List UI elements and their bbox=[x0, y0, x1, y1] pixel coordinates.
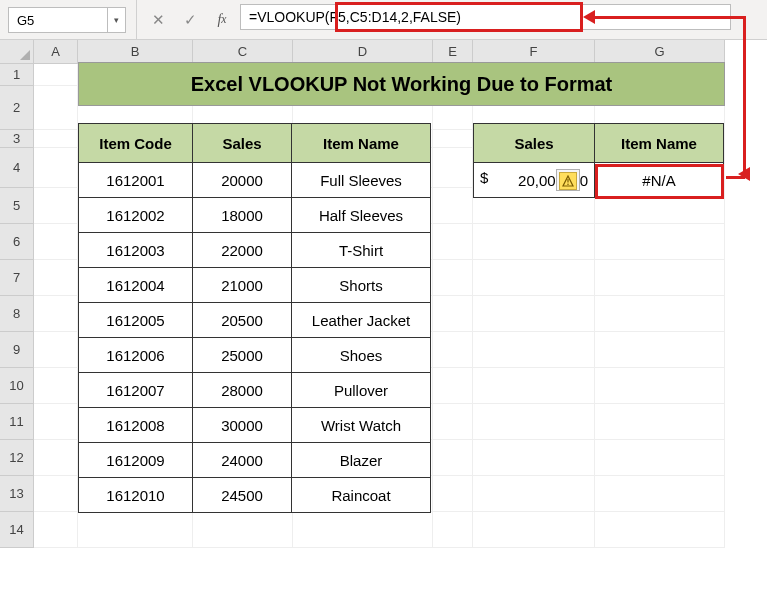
cell[interactable] bbox=[34, 512, 78, 548]
table-cell[interactable]: Pullover bbox=[291, 372, 431, 408]
cell[interactable] bbox=[34, 332, 78, 368]
cell[interactable] bbox=[34, 440, 78, 476]
table-header[interactable]: Item Code bbox=[78, 123, 193, 163]
table-cell[interactable]: 1612004 bbox=[78, 267, 193, 303]
cell[interactable] bbox=[595, 404, 725, 440]
cell[interactable] bbox=[595, 512, 725, 548]
cell[interactable] bbox=[433, 148, 473, 188]
cell-f5[interactable]: $ 20,000 bbox=[473, 162, 595, 198]
cell[interactable] bbox=[595, 224, 725, 260]
row-header-2[interactable]: 2 bbox=[0, 86, 34, 130]
table-cell[interactable]: 24000 bbox=[192, 442, 292, 478]
cell[interactable] bbox=[34, 368, 78, 404]
table-cell[interactable]: 1612005 bbox=[78, 302, 193, 338]
insert-function-button[interactable]: fx bbox=[206, 0, 238, 39]
table-cell[interactable]: Raincoat bbox=[291, 477, 431, 513]
col-header-e[interactable]: E bbox=[433, 40, 473, 64]
table-cell[interactable]: Shorts bbox=[291, 267, 431, 303]
cell[interactable] bbox=[433, 296, 473, 332]
row-header-11[interactable]: 11 bbox=[0, 404, 34, 440]
cell[interactable] bbox=[473, 404, 595, 440]
cell[interactable] bbox=[34, 130, 78, 148]
table-cell[interactable]: Shoes bbox=[291, 337, 431, 373]
cell[interactable] bbox=[34, 188, 78, 224]
cell[interactable] bbox=[473, 224, 595, 260]
table-cell[interactable]: 1612001 bbox=[78, 162, 193, 198]
table-cell[interactable]: 21000 bbox=[192, 267, 292, 303]
cell[interactable] bbox=[433, 368, 473, 404]
table-cell[interactable]: 1612007 bbox=[78, 372, 193, 408]
table-cell[interactable]: 24500 bbox=[192, 477, 292, 513]
table-cell[interactable]: Half Sleeves bbox=[291, 197, 431, 233]
table-cell[interactable]: Full Sleeves bbox=[291, 162, 431, 198]
table-cell[interactable]: 1612003 bbox=[78, 232, 193, 268]
table-header[interactable]: Sales bbox=[192, 123, 292, 163]
cell[interactable] bbox=[595, 332, 725, 368]
table-cell[interactable]: 1612006 bbox=[78, 337, 193, 373]
col-header-f[interactable]: F bbox=[473, 40, 595, 64]
cell[interactable] bbox=[433, 260, 473, 296]
table-cell[interactable]: 30000 bbox=[192, 407, 292, 443]
row-header-9[interactable]: 9 bbox=[0, 332, 34, 368]
cancel-formula-button[interactable]: ✕ bbox=[142, 0, 174, 39]
cell[interactable] bbox=[473, 440, 595, 476]
row-header-5[interactable]: 5 bbox=[0, 188, 34, 224]
cell[interactable] bbox=[595, 260, 725, 296]
cell[interactable] bbox=[433, 224, 473, 260]
cell[interactable] bbox=[34, 86, 78, 130]
cell[interactable] bbox=[433, 476, 473, 512]
table-header[interactable]: Item Name bbox=[291, 123, 431, 163]
cell[interactable] bbox=[34, 224, 78, 260]
col-header-g[interactable]: G bbox=[595, 40, 725, 64]
row-header-8[interactable]: 8 bbox=[0, 296, 34, 332]
cell[interactable] bbox=[433, 130, 473, 148]
cell[interactable] bbox=[293, 512, 433, 548]
row-header-14[interactable]: 14 bbox=[0, 512, 34, 548]
table-header[interactable]: Item Name bbox=[594, 123, 724, 163]
table-cell[interactable]: 1612008 bbox=[78, 407, 193, 443]
cell[interactable] bbox=[34, 404, 78, 440]
col-header-b[interactable]: B bbox=[78, 40, 193, 64]
table-cell[interactable]: Wrist Watch bbox=[291, 407, 431, 443]
cell[interactable] bbox=[473, 296, 595, 332]
table-header[interactable]: Sales bbox=[473, 123, 595, 163]
cell[interactable] bbox=[595, 476, 725, 512]
table-cell[interactable]: Blazer bbox=[291, 442, 431, 478]
table-cell[interactable]: 1612010 bbox=[78, 477, 193, 513]
cell[interactable] bbox=[473, 368, 595, 404]
cell[interactable] bbox=[473, 476, 595, 512]
cell[interactable] bbox=[78, 512, 193, 548]
cell[interactable] bbox=[595, 368, 725, 404]
table-cell[interactable]: 22000 bbox=[192, 232, 292, 268]
row-header-1[interactable]: 1 bbox=[0, 64, 34, 86]
cell[interactable] bbox=[433, 404, 473, 440]
row-header-7[interactable]: 7 bbox=[0, 260, 34, 296]
cell[interactable] bbox=[34, 260, 78, 296]
cell[interactable] bbox=[193, 512, 293, 548]
row-header-3[interactable]: 3 bbox=[0, 130, 34, 148]
cell[interactable] bbox=[473, 332, 595, 368]
cell[interactable] bbox=[433, 188, 473, 224]
cell[interactable] bbox=[34, 296, 78, 332]
name-box-dropdown[interactable]: ▾ bbox=[108, 7, 126, 33]
error-smart-tag[interactable] bbox=[556, 169, 580, 191]
table-cell[interactable]: 25000 bbox=[192, 337, 292, 373]
table-cell[interactable]: 20500 bbox=[192, 302, 292, 338]
table-cell[interactable]: 28000 bbox=[192, 372, 292, 408]
name-box[interactable]: G5 bbox=[8, 7, 108, 33]
cell[interactable] bbox=[595, 296, 725, 332]
col-header-a[interactable]: A bbox=[34, 40, 78, 64]
cell[interactable] bbox=[433, 332, 473, 368]
cell[interactable] bbox=[473, 512, 595, 548]
table-cell[interactable]: T-Shirt bbox=[291, 232, 431, 268]
cell[interactable] bbox=[34, 148, 78, 188]
confirm-formula-button[interactable]: ✓ bbox=[174, 0, 206, 39]
cell[interactable] bbox=[34, 64, 78, 86]
table-cell[interactable]: 1612009 bbox=[78, 442, 193, 478]
cell[interactable] bbox=[34, 476, 78, 512]
table-cell[interactable]: 1612002 bbox=[78, 197, 193, 233]
table-cell[interactable]: 18000 bbox=[192, 197, 292, 233]
col-header-d[interactable]: D bbox=[293, 40, 433, 64]
table-cell[interactable]: 20000 bbox=[192, 162, 292, 198]
row-header-13[interactable]: 13 bbox=[0, 476, 34, 512]
